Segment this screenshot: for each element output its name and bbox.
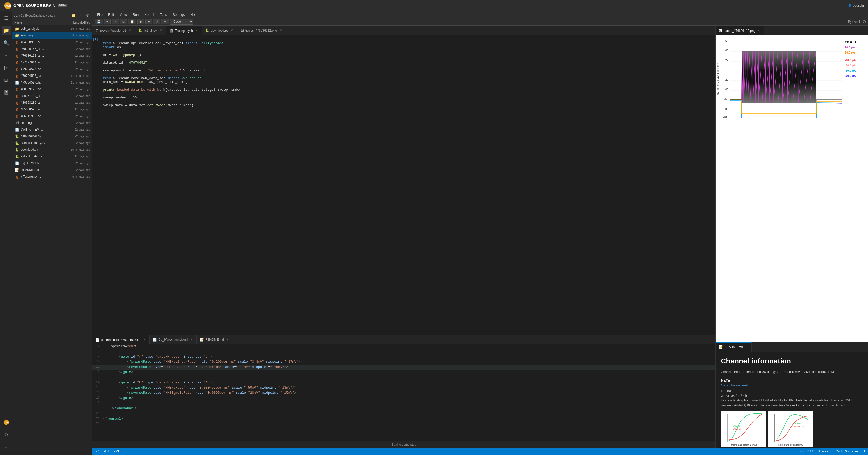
osb-icon[interactable]: OSB: [2, 418, 11, 427]
cell-type-select[interactable]: Code Markdown: [170, 19, 193, 25]
stop-button[interactable]: ■: [146, 19, 152, 24]
jupyter-menu-item[interactable]: Run: [130, 12, 141, 17]
statusbar-language[interactable]: Ca_HVA.channel.xml: [836, 450, 865, 453]
git-icon[interactable]: ⑂: [2, 51, 11, 60]
file-item[interactable]: {} 476686112_an... 22 days ago: [12, 52, 92, 59]
editor-tab[interactable]: 🖼 traces_476686112.png ✕: [238, 26, 286, 35]
code-content[interactable]: [1]: from allensdk.api.queries.cell_type…: [92, 35, 715, 335]
file-item[interactable]: {} 485058595_a... 22 days ago: [12, 106, 92, 113]
files-icon[interactable]: 📁: [2, 26, 11, 35]
file-item[interactable]: {} 480351780_a... 22 days ago: [12, 92, 92, 99]
col-modified-header[interactable]: Last Modified: [57, 21, 90, 24]
file-item[interactable]: 🐍 download.py 10 minutes ago: [12, 146, 92, 153]
extensions-icon[interactable]: ⊞: [2, 76, 11, 85]
sidebar-new-folder[interactable]: 📁: [70, 13, 77, 18]
file-item[interactable]: 🐍 data_helper.py 22 days ago: [12, 133, 92, 140]
add-icon[interactable]: +: [2, 443, 11, 452]
jupyter-menu-item[interactable]: Tabs: [157, 12, 169, 17]
file-item[interactable]: {} 464198958_a... 22 days ago: [12, 39, 92, 46]
sidebar-new-file[interactable]: +: [64, 13, 68, 18]
tab-close[interactable]: ✕: [278, 28, 283, 33]
run-button[interactable]: ▶: [137, 19, 145, 24]
restart-button[interactable]: ↺: [153, 19, 160, 24]
file-item[interactable]: 🐍 data_summary.py 22 days ago: [12, 140, 92, 146]
file-item[interactable]: 🐍 extract_data.py 22 days ago: [12, 153, 92, 160]
tab-icon: 🖼: [241, 28, 244, 32]
channel-formula: g = gmax * m³ * h: [721, 394, 863, 397]
col-name-header[interactable]: Name: [14, 21, 57, 24]
settings-icon[interactable]: ⚙: [2, 430, 11, 439]
svg-text:-100: -100: [723, 116, 728, 119]
jupyter-menu-item[interactable]: View: [117, 12, 129, 17]
editor-tab-bottom[interactable]: 📄 subthreshold_479704527.r... ✕: [92, 335, 150, 344]
bottom-editor: 7 species="ca"> 8 9: [92, 344, 715, 441]
run-icon[interactable]: ▷: [2, 63, 11, 73]
svg-text:22: 22: [725, 59, 728, 62]
file-item[interactable]: 🖼 c57.png 22 days ago: [12, 119, 92, 126]
file-sidebar: / ... / CellTypesDatabase / data / + 📁 ↑…: [12, 11, 92, 455]
tab-label: README.md: [724, 345, 743, 349]
jupyter-menu-item[interactable]: File: [95, 12, 105, 17]
editor-tab-right[interactable]: 🖼 traces_476686112.png ✕: [716, 26, 765, 35]
paste-button[interactable]: 📋: [128, 19, 136, 24]
xml-content[interactable]: 7 species="ca"> 8 9: [92, 344, 715, 441]
menu-icon[interactable]: ☰: [2, 13, 11, 23]
copy-button[interactable]: ⧉: [120, 19, 127, 24]
file-item[interactable]: 📄 CellInfo_TEMP... 22 days ago: [12, 126, 92, 133]
file-item[interactable]: {} 480353286_a... 22 days ago: [12, 99, 92, 106]
search-icon[interactable]: 🔍: [2, 38, 11, 48]
tab-close[interactable]: ✕: [189, 338, 193, 342]
tab-close[interactable]: ✕: [225, 338, 230, 342]
trace-svg: 60 40 22 0 -20 -40 -60 -80 -100 Membrane…: [716, 35, 868, 122]
cut-button[interactable]: ✂: [112, 19, 119, 24]
jupyter-menu-item[interactable]: Kernel: [142, 12, 157, 17]
tab-close[interactable]: ✕: [142, 338, 146, 342]
add-cell-button[interactable]: +: [104, 19, 111, 24]
editor-tab-bottom-right[interactable]: 📝 README.md ✕: [716, 342, 752, 352]
fast-forward-button[interactable]: ⏭: [161, 19, 169, 24]
file-item[interactable]: {} 479704527_an... 22 days ago: [12, 66, 92, 73]
editor-tab[interactable]: ⚙ jovyan@jupyter-01 ✕: [92, 26, 135, 35]
jupyter-menu-item[interactable]: Settings: [170, 12, 187, 17]
statusbar-position[interactable]: Ln 7, Col 1: [799, 450, 813, 453]
jupyter-menu-item[interactable]: Edit: [106, 12, 117, 17]
svg-text:190.0 pA: 190.0 pA: [845, 40, 857, 44]
statusbar-spaces[interactable]: Spaces: 4: [817, 450, 831, 453]
file-name: summary: [21, 34, 57, 37]
file-modified: 6 minutes ago: [57, 175, 90, 178]
tab-close[interactable]: ✕: [757, 29, 761, 33]
editor-tab[interactable]: 📓 Testing.ipynb ✕: [166, 26, 202, 35]
statusbar-encoding: XML: [114, 450, 120, 453]
tab-close[interactable]: ✕: [194, 29, 199, 33]
file-name: Fig_TEMPLAT...: [21, 161, 57, 165]
user-info[interactable]: 👤 padraig: [847, 4, 864, 7]
svg-text:60: 60: [725, 39, 728, 42]
editor-tab[interactable]: 🐍 list_all.py ✕: [135, 26, 166, 35]
jupyter-menu-item[interactable]: Help: [188, 12, 200, 17]
sidebar-refresh[interactable]: ↺: [85, 13, 90, 18]
tab-close[interactable]: ✕: [128, 28, 132, 33]
channel-file[interactable]: NaTa.channel.nml: [721, 383, 863, 387]
file-item[interactable]: 📁 summary 8 minutes ago: [12, 32, 92, 39]
channel-ion: Ion: na: [721, 389, 863, 393]
file-item[interactable]: 📁 bulk_analysis 16 minutes ago: [12, 25, 92, 32]
sidebar-upload[interactable]: ↑: [79, 13, 83, 18]
notebook-icon[interactable]: 📓: [2, 88, 11, 97]
editor-tab[interactable]: 🐍 download.py ✕: [202, 26, 237, 35]
tab-close[interactable]: ✕: [744, 345, 748, 349]
editor-tab-bottom[interactable]: 📄 Ca_HVA.channel.xml ✕: [150, 335, 196, 344]
file-item[interactable]: {} 486111903_an... 22 days ago: [12, 113, 92, 119]
tab-close[interactable]: ✕: [159, 28, 163, 33]
file-item[interactable]: {} 479704527_ra... 11 minutes ago: [12, 73, 92, 79]
file-item[interactable]: {} ● Testing.ipynb 6 minutes ago: [12, 173, 92, 180]
tab-close[interactable]: ✕: [230, 28, 234, 33]
file-item[interactable]: {} 477127614_an... 22 days ago: [12, 59, 92, 66]
file-item[interactable]: {} 468120757_an... 22 days ago: [12, 46, 92, 52]
file-item[interactable]: 📄 479704527.dat 11 minutes ago: [12, 79, 92, 86]
editor-tab-bottom[interactable]: 📝 README.md ✕: [196, 335, 233, 344]
file-item[interactable]: 📄 Fig_TEMPLAT... 22 days ago: [12, 160, 92, 167]
file-item[interactable]: {} 480169178_an... 22 days ago: [12, 86, 92, 92]
file-item[interactable]: 📝 README.md 22 days ago: [12, 167, 92, 173]
file-modified: 22 days ago: [57, 54, 90, 57]
save-button[interactable]: 💾: [95, 19, 103, 24]
